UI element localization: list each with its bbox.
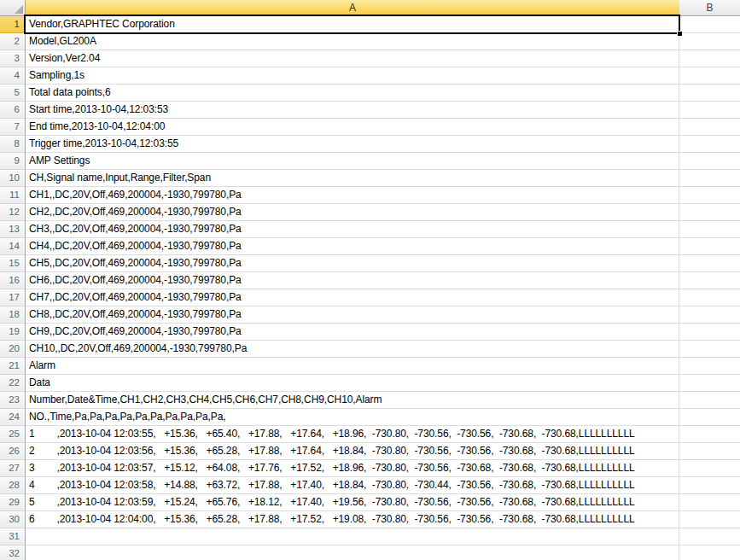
cell-B1[interactable]: [679, 16, 740, 33]
column-header-b[interactable]: B: [679, 0, 740, 16]
row-number[interactable]: 26: [0, 443, 26, 460]
cell-B2[interactable]: [679, 33, 740, 50]
row-number[interactable]: 31: [0, 528, 26, 545]
row-number[interactable]: 9: [0, 153, 26, 170]
cell-B6[interactable]: [679, 102, 740, 119]
cell-B14[interactable]: [679, 238, 740, 255]
cell-B7[interactable]: [679, 119, 740, 136]
row-number[interactable]: 15: [0, 255, 26, 272]
cell-A9[interactable]: AMP Settings: [26, 153, 679, 170]
cell-B9[interactable]: [679, 153, 740, 170]
cell-A11[interactable]: CH1,,DC,20V,Off,469,200004,-1930,799780,…: [26, 187, 679, 204]
row-number[interactable]: 24: [0, 409, 26, 426]
row-number[interactable]: 30: [0, 511, 26, 528]
row-number[interactable]: 2: [0, 33, 26, 50]
cell-B25[interactable]: [679, 426, 740, 443]
row-number[interactable]: 8: [0, 136, 26, 153]
row-number[interactable]: 20: [0, 341, 26, 358]
cell-B26[interactable]: [679, 443, 740, 460]
cell-B12[interactable]: [679, 204, 740, 221]
cell-A27[interactable]: 3 ,2013-10-04 12:03:57, +15.12, +64.08, …: [26, 460, 679, 477]
cell-B23[interactable]: [679, 392, 740, 409]
row-number[interactable]: 25: [0, 426, 26, 443]
cell-B24[interactable]: [679, 409, 740, 426]
fill-handle[interactable]: [677, 31, 682, 36]
cell-B11[interactable]: [679, 187, 740, 204]
column-header-a[interactable]: A: [26, 0, 679, 16]
cell-B16[interactable]: [679, 272, 740, 289]
row-number[interactable]: 21: [0, 358, 26, 375]
cell-B4[interactable]: [679, 67, 740, 85]
cell-B10[interactable]: [679, 170, 740, 187]
cell-B31[interactable]: [679, 528, 740, 545]
cell-A31[interactable]: [26, 528, 679, 545]
row-number[interactable]: 12: [0, 204, 26, 221]
row-number[interactable]: 22: [0, 375, 26, 392]
cell-A29[interactable]: 5 ,2013-10-04 12:03:59, +15.24, +65.76, …: [26, 494, 679, 511]
row-number[interactable]: 6: [0, 102, 26, 119]
row-number[interactable]: 4: [0, 67, 26, 85]
cell-B28[interactable]: [679, 477, 740, 494]
cell-A4[interactable]: Sampling,1s: [26, 67, 679, 85]
cell-B22[interactable]: [679, 375, 740, 392]
cell-B5[interactable]: [679, 85, 740, 102]
cell-A5[interactable]: Total data points,6: [26, 85, 679, 102]
cell-A14[interactable]: CH4,,DC,20V,Off,469,200004,-1930,799780,…: [26, 238, 679, 255]
cell-A20[interactable]: CH10,,DC,20V,Off,469,200004,-1930,799780…: [26, 341, 679, 358]
select-all-corner[interactable]: [0, 0, 26, 16]
cell-B32[interactable]: [679, 545, 740, 560]
cell-B8[interactable]: [679, 136, 740, 153]
cell-B20[interactable]: [679, 341, 740, 358]
cell-A24[interactable]: NO.,Time,Pa,Pa,Pa,Pa,Pa,Pa,Pa,Pa,Pa,Pa,: [26, 409, 679, 426]
cell-A28[interactable]: 4 ,2013-10-04 12:03:58, +14.88, +63.72, …: [26, 477, 679, 494]
row-number[interactable]: 13: [0, 221, 26, 238]
cell-A19[interactable]: CH9,,DC,20V,Off,469,200004,-1930,799780,…: [26, 324, 679, 341]
cell-A25[interactable]: 1 ,2013-10-04 12:03:55, +15.36, +65.40, …: [26, 426, 679, 443]
cell-A6[interactable]: Start time,2013-10-04,12:03:53: [26, 102, 679, 119]
row-number[interactable]: 19: [0, 324, 26, 341]
row-number[interactable]: 14: [0, 238, 26, 255]
cell-A16[interactable]: CH6,,DC,20V,Off,469,200004,-1930,799780,…: [26, 272, 679, 289]
cell-B19[interactable]: [679, 324, 740, 341]
cell-A7[interactable]: End time,2013-10-04,12:04:00: [26, 119, 679, 136]
row-number[interactable]: 3: [0, 50, 26, 67]
cell-B18[interactable]: [679, 306, 740, 324]
row-number[interactable]: 18: [0, 306, 26, 324]
row-number[interactable]: 27: [0, 460, 26, 477]
cell-A3[interactable]: Version,Ver2.04: [26, 50, 679, 67]
cell-B3[interactable]: [679, 50, 740, 67]
row-number[interactable]: 7: [0, 119, 26, 136]
cell-A17[interactable]: CH7,,DC,20V,Off,469,200004,-1930,799780,…: [26, 289, 679, 306]
cell-B15[interactable]: [679, 255, 740, 272]
row-number[interactable]: 17: [0, 289, 26, 306]
cell-A8[interactable]: Trigger time,2013-10-04,12:03:55: [26, 136, 679, 153]
cell-B27[interactable]: [679, 460, 740, 477]
cell-A22[interactable]: Data: [26, 375, 679, 392]
cell-A13[interactable]: CH3,,DC,20V,Off,469,200004,-1930,799780,…: [26, 221, 679, 238]
cell-B30[interactable]: [679, 511, 740, 528]
cell-A32[interactable]: [26, 545, 679, 560]
cell-A26[interactable]: 2 ,2013-10-04 12:03:56, +15.36, +65.28, …: [26, 443, 679, 460]
row-number[interactable]: 28: [0, 477, 26, 494]
cell-B17[interactable]: [679, 289, 740, 306]
cell-A23[interactable]: Number,Date&Time,CH1,CH2,CH3,CH4,CH5,CH6…: [26, 392, 679, 409]
cell-A12[interactable]: CH2,,DC,20V,Off,469,200004,-1930,799780,…: [26, 204, 679, 221]
cell-B13[interactable]: [679, 221, 740, 238]
row-number[interactable]: 11: [0, 187, 26, 204]
row-number[interactable]: 1: [0, 16, 26, 33]
row-number[interactable]: 23: [0, 392, 26, 409]
cell-A21[interactable]: Alarm: [26, 358, 679, 375]
row-number[interactable]: 10: [0, 170, 26, 187]
cell-B29[interactable]: [679, 494, 740, 511]
cell-A1[interactable]: Vendor,GRAPHTEC Corporation: [26, 16, 679, 33]
cell-A18[interactable]: CH8,,DC,20V,Off,469,200004,-1930,799780,…: [26, 306, 679, 324]
row-number[interactable]: 16: [0, 272, 26, 289]
row-number[interactable]: 29: [0, 494, 26, 511]
row-number[interactable]: 32: [0, 545, 26, 560]
cell-B21[interactable]: [679, 358, 740, 375]
cell-A10[interactable]: CH,Signal name,Input,Range,Filter,Span: [26, 170, 679, 187]
row-number[interactable]: 5: [0, 85, 26, 102]
cell-A30[interactable]: 6 ,2013-10-04 12:04:00, +15.36, +65.28, …: [26, 511, 679, 528]
cell-A2[interactable]: Model,GL200A: [26, 33, 679, 50]
cell-A15[interactable]: CH5,,DC,20V,Off,469,200004,-1930,799780,…: [26, 255, 679, 272]
